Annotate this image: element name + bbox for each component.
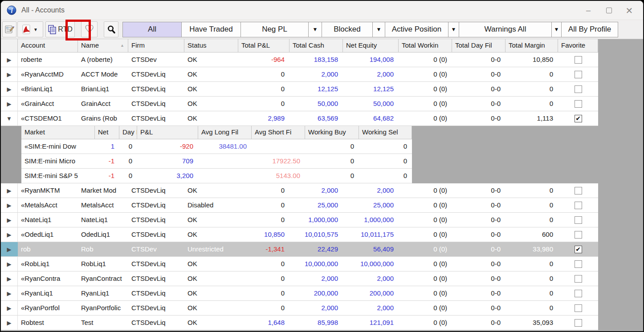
expand-arrow-icon[interactable]: ▶ — [7, 231, 12, 238]
account-row[interactable]: ▶«BrianLiq1BrianLiq1CTSDevLiqOK012,12512… — [1, 82, 598, 97]
subcolumn-header-working-buy[interactable]: Working Buy — [305, 126, 359, 139]
favorite-checkbox[interactable] — [575, 319, 582, 327]
account-row[interactable]: ▼«CTSDEMO1Grains (RobCTSDevLiqOK2,98963,… — [1, 111, 598, 126]
minimize-button[interactable]: – — [578, 3, 599, 19]
properties-button[interactable] — [2, 21, 16, 37]
column-header-total-day-fil[interactable]: Total Day Fil — [452, 39, 505, 53]
column-header-firm[interactable]: Firm — [128, 39, 184, 53]
filter-all[interactable]: All — [122, 22, 181, 37]
column-header-net-equity[interactable]: Net Equity — [343, 39, 399, 53]
expand-arrow-icon[interactable]: ▶ — [7, 71, 12, 78]
cell-account: «NateLiq1 — [18, 213, 78, 227]
expand-arrow-icon[interactable]: ▶ — [7, 246, 12, 253]
account-row[interactable]: ▶«RyanAcctMDACCT ModeCTSDevLiqOK02,0002,… — [1, 67, 598, 82]
expand-arrow-icon[interactable]: ▶ — [7, 101, 12, 107]
close-button[interactable]: ✕ — [619, 3, 640, 19]
account-row[interactable]: ▶«RobLiq1RobLiq1CTSDevLiqOK010,000,00010… — [1, 257, 598, 271]
favorite-checkbox[interactable]: ✔ — [575, 115, 582, 122]
subcolumn-header-label: Avg Short Fi — [255, 128, 291, 136]
subcolumn-header-market[interactable]: Market — [21, 126, 95, 139]
cell-name: Rob — [78, 242, 128, 256]
expand-arrow-icon[interactable]: ▶ — [7, 187, 12, 194]
market-row[interactable]: SIM:E-mini Micro-1070917922.5000 — [21, 154, 412, 169]
favorite-checkbox[interactable] — [575, 275, 582, 283]
favorite-checkbox[interactable] — [575, 290, 582, 297]
market-row[interactable]: «SIM:E-mini Dow10-92038481.0000 — [21, 139, 412, 154]
favorite-checkbox[interactable] — [575, 85, 582, 93]
favorite-checkbox[interactable] — [575, 202, 582, 209]
cell-status: OK — [184, 183, 238, 198]
collapse-arrow-icon[interactable]: ▼ — [6, 115, 12, 122]
favorite-checkbox[interactable] — [575, 304, 582, 312]
copy-rtd-button[interactable]: RTD — [45, 21, 75, 37]
filter-warnings-all-dropdown[interactable]: ▼ — [551, 22, 561, 37]
account-row[interactable]: ▶«GrainAcctGrainAcctCTSDevLiqOK050,00050… — [1, 97, 598, 111]
favorite-checkbox[interactable] — [575, 56, 582, 64]
account-row[interactable]: ▶roberteA (roberte)CTSDevOK-964183,15819… — [1, 53, 598, 67]
column-header-name[interactable]: Name▲ — [78, 39, 128, 53]
cell-avg_short — [252, 139, 305, 154]
column-header-total-p-l[interactable]: Total P&L — [238, 39, 289, 53]
filter-blocked-dropdown[interactable]: ▼ — [372, 22, 385, 37]
subcolumn-header-net[interactable]: Net — [95, 126, 119, 139]
subcolumn-header-day-n[interactable]: Day N — [119, 126, 137, 139]
favorite-checkbox[interactable]: ✔ — [575, 246, 582, 253]
market-row[interactable]: SIM:E-mini S&P 5-103,2005143.0000 — [21, 169, 412, 183]
filter-have-traded[interactable]: Have Traded — [181, 22, 240, 37]
maximize-button[interactable] — [599, 3, 619, 19]
cell-status: OK — [184, 301, 238, 315]
column-header-total-cash[interactable]: Total Cash — [289, 39, 343, 53]
expand-arrow-icon[interactable]: ▶ — [7, 305, 12, 312]
favorite-checkbox[interactable] — [575, 231, 582, 239]
cell-equity: 64,682 — [343, 111, 399, 126]
favorite-checkbox[interactable] — [575, 187, 582, 194]
expand-arrow-icon[interactable]: ▶ — [7, 217, 12, 223]
search-button[interactable] — [104, 21, 118, 37]
filter-neg-pl[interactable]: Neg PL — [240, 22, 308, 37]
column-header-account[interactable]: Account — [18, 39, 78, 53]
account-row[interactable]: ▶robRobCTSDevUnrestricted-1,34122,42956,… — [1, 242, 598, 257]
favorite-checkbox[interactable] — [575, 260, 582, 268]
filter-all-by-profile[interactable]: All By Profile — [561, 22, 618, 37]
account-row[interactable]: ▶«OdedLiq1OdedLiq1CTSDevLiqOK10,85010,01… — [1, 227, 598, 242]
column-header-favorite[interactable]: Favorite — [558, 39, 598, 53]
expand-arrow-icon[interactable]: ▶ — [7, 320, 12, 326]
column-header-total-workin[interactable]: Total Workin — [399, 39, 452, 53]
cell-day_fills: 0-0 — [452, 242, 505, 256]
expand-arrow-icon[interactable]: ▶ — [7, 86, 12, 93]
filter-warnings-all[interactable]: Warnings All — [459, 22, 551, 37]
column-header-status[interactable]: Status — [184, 39, 238, 53]
favorite-checkbox[interactable] — [575, 71, 582, 78]
account-row[interactable]: ▶«RyanLiq1RyanLiq1CTSDevLiqOK0200,000200… — [1, 286, 598, 301]
account-row[interactable]: ▶«NateLiq1NateLiq1CTSDevLiqOK01,000,0001… — [1, 213, 598, 227]
cell-market: SIM:E-mini S&P 5 — [21, 169, 95, 183]
cell-equity: 25,000 — [343, 198, 399, 212]
subcolumn-header-avg-short-fi[interactable]: Avg Short Fi — [252, 126, 305, 139]
favorites-filter-button[interactable]: ♡ — [81, 21, 98, 37]
expander-cell: ▶ — [1, 213, 18, 227]
favorite-checkbox[interactable] — [575, 216, 582, 224]
favorite-checkbox[interactable] — [575, 100, 582, 108]
filter-blocked[interactable]: Blocked — [322, 22, 372, 37]
expand-arrow-icon[interactable]: ▶ — [7, 275, 12, 282]
subcolumn-header-working-sel[interactable]: Working Sel — [359, 126, 412, 139]
account-row[interactable]: ▶RobtestTestCTSDevLiqOK1,64885,998121,09… — [1, 316, 598, 330]
subcolumn-header-p-l[interactable]: P&L — [137, 126, 198, 139]
filter-neg-pl-dropdown[interactable]: ▼ — [308, 22, 322, 37]
expand-arrow-icon[interactable]: ▶ — [7, 202, 12, 209]
expand-arrow-icon[interactable]: ▶ — [7, 57, 12, 63]
cell-pnl: 0 — [238, 257, 289, 271]
filter-active-position[interactable]: Active Position — [385, 22, 448, 37]
column-header-total-margin[interactable]: Total Margin — [505, 39, 558, 53]
export-pdf-button[interactable]: ▼ — [17, 21, 43, 37]
expand-arrow-icon[interactable]: ▶ — [7, 290, 12, 297]
account-row[interactable]: ▶«RyanPortfolRyanPortfolicCTSDevLiqOK02,… — [1, 301, 598, 316]
column-header-label: Status — [187, 41, 207, 49]
filter-active-position-dropdown[interactable]: ▼ — [448, 22, 459, 37]
subcolumn-header-avg-long-fil[interactable]: Avg Long Fil — [198, 126, 252, 139]
account-row[interactable]: ▶«RyanContraRyanContractCTSDevLiqOK02,00… — [1, 271, 598, 286]
cell-equity: 200,000 — [343, 286, 399, 300]
expand-arrow-icon[interactable]: ▶ — [7, 261, 12, 267]
account-row[interactable]: ▶«MetalsAcctMetalsAcctCTSDevLiqDisabled0… — [1, 198, 598, 213]
account-row[interactable]: ▶«RyanMKTMMarket ModCTSDevLiqOK02,0002,0… — [1, 183, 598, 198]
